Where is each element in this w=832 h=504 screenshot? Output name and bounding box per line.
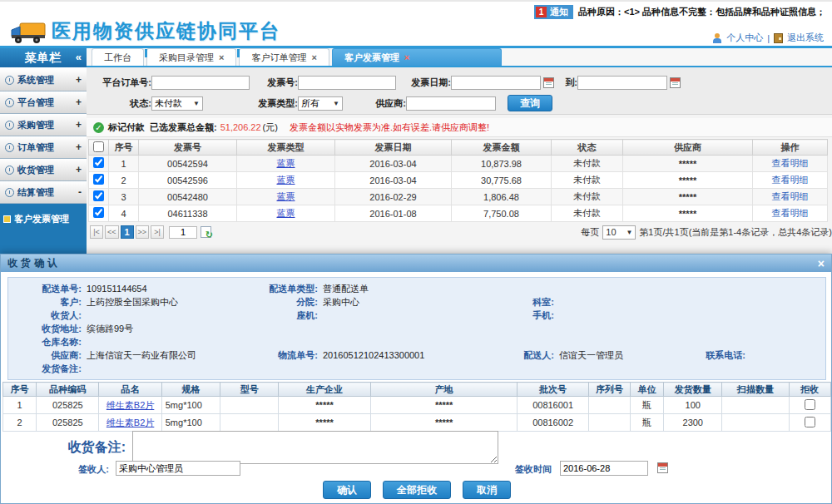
personal-center-link[interactable]: 个人中心 (726, 32, 763, 44)
column-header: 状态 (552, 140, 623, 156)
confirm-button[interactable]: 确认 (323, 481, 371, 499)
platform-order-input[interactable] (151, 76, 250, 90)
notification-message: 品种原因：<1> 品种信息不完整：包括品牌和品种证照信息； (578, 6, 825, 18)
column-header: 操作 (753, 140, 828, 156)
supplier-input[interactable] (406, 96, 496, 111)
tab-customer-invoices[interactable]: 客户发票管理 × (332, 48, 502, 66)
dialog-title: 收货确认 (7, 256, 61, 270)
page-number-input[interactable] (169, 226, 197, 239)
notification-pill[interactable]: 1 通知 (534, 5, 573, 19)
view-detail-link[interactable]: 查看明细 (772, 208, 809, 218)
item-row: 1 025825 维生素B2片 5mg*100 ***** ***** 0081… (3, 397, 831, 414)
column-header: 扫描数量 (722, 383, 789, 397)
prev-page-button[interactable]: << (105, 225, 119, 239)
customer-value: 上药控股全国采购中心 (82, 296, 246, 309)
status-cell: 未付款 (552, 189, 623, 205)
invoice-date-to-input[interactable] (577, 76, 667, 90)
current-page-button[interactable]: 1 (121, 225, 134, 239)
invoice-type-link[interactable]: 蓝票 (277, 208, 295, 218)
address-value: 缤德路99号 (82, 323, 414, 335)
app-title: 医用物资供应链协同平台 (52, 18, 280, 44)
next-page-button[interactable]: >> (136, 225, 150, 239)
per-page-select[interactable]: 10 ▼ (602, 225, 636, 240)
item-model-cell (220, 414, 279, 432)
sidebar-item-procurement[interactable]: 采购管理 + (0, 114, 87, 136)
view-detail-link[interactable]: 查看明细 (772, 158, 809, 168)
calendar-icon[interactable] (670, 77, 681, 88)
sidebar-item-platform[interactable]: 平台管理 + (0, 91, 87, 114)
person-icon (712, 33, 722, 43)
item-name-link[interactable]: 维生素B2片 (106, 418, 154, 427)
row-checkbox[interactable] (93, 174, 104, 185)
invoice-date-cell: 2016-03-04 (335, 172, 452, 189)
reject-checkbox[interactable] (805, 399, 815, 410)
view-detail-link[interactable]: 查看明细 (772, 175, 809, 185)
status-select[interactable]: 未付款 ▼ (151, 96, 203, 111)
receipt-remark-textarea[interactable] (132, 431, 498, 464)
invoice-type-select[interactable]: 所有 ▼ (298, 96, 343, 111)
invoice-no-input[interactable] (298, 76, 396, 90)
calendar-icon[interactable] (543, 77, 554, 88)
tab-label: 工作台 (104, 52, 131, 64)
tab-close-icon[interactable]: × (404, 52, 409, 62)
tab-customer-orders[interactable]: 客户订单管理 × (239, 48, 329, 66)
invoice-type-link[interactable]: 蓝票 (277, 175, 295, 185)
invoice-amount-cell: 1,806.48 (452, 189, 552, 205)
item-name-link[interactable]: 维生素B2片 (106, 400, 154, 410)
sidebar-collapse-icon[interactable]: « (76, 51, 82, 63)
sidebar: 菜单栏 « 系统管理 + 平台管理 + 采购管理 + 订单管理 + 收货管理 +… (0, 48, 87, 254)
sign-time-input[interactable] (560, 461, 648, 476)
dialog-title-bar[interactable]: 收货确认 × (1, 254, 831, 272)
expand-icon: + (76, 96, 82, 108)
row-checkbox[interactable] (93, 207, 104, 218)
search-button[interactable]: 查询 (508, 95, 552, 111)
clock-icon (5, 98, 14, 107)
status-cell: 未付款 (552, 205, 623, 222)
tab-label: 客户发票管理 (344, 52, 399, 64)
table-row: 2 00542596 蓝票 2016-03-04 30,775.68 未付款 *… (89, 172, 828, 189)
supplier-cell: ***** (623, 156, 753, 172)
invoice-date-from-input[interactable] (451, 76, 541, 90)
view-detail-link[interactable]: 查看明细 (772, 191, 809, 201)
total-amount-value: 51,206.22 (220, 122, 261, 132)
reject-checkbox[interactable] (805, 417, 815, 427)
dialog-close-icon[interactable]: × (818, 257, 825, 270)
row-no-cell: 1 (109, 156, 139, 172)
signer-input[interactable] (116, 461, 240, 476)
tab-procurement-catalog[interactable]: 采购目录管理 × (146, 48, 236, 66)
sidebar-item-settlement[interactable]: 结算管理 - (0, 181, 87, 204)
column-header: 生产企业 (279, 383, 370, 397)
item-serial-cell (588, 414, 630, 432)
date-to-label: 到: (554, 77, 577, 89)
sidebar-item-system[interactable]: 系统管理 + (0, 69, 87, 91)
last-page-button[interactable]: >| (151, 225, 164, 239)
mark-payment-link[interactable]: 标记付款 (108, 121, 145, 134)
select-all-checkbox[interactable] (93, 141, 104, 152)
item-batch-cell: 00816002 (518, 414, 588, 432)
invoice-type-link[interactable]: 蓝票 (277, 158, 295, 168)
tab-close-icon[interactable]: × (311, 52, 316, 62)
first-page-button[interactable]: |< (90, 225, 103, 239)
sidebar-item-receiving[interactable]: 收货管理 + (0, 159, 87, 181)
notification-badge: 1 (536, 7, 547, 17)
row-checkbox[interactable] (93, 190, 104, 201)
table-row: 3 00542480 蓝票 2016-02-29 1,806.48 未付款 **… (89, 189, 828, 205)
row-no-cell: 4 (109, 205, 139, 222)
sidebar-subitem-customer-invoice[interactable]: 客户发票管理 (0, 210, 87, 227)
calendar-icon[interactable] (657, 462, 668, 473)
reject-all-button[interactable]: 全部拒收 (383, 481, 451, 499)
warehouse-label: 仓库名称: (8, 336, 82, 348)
tab-separator (237, 49, 240, 57)
logout-link[interactable]: 退出系统 (787, 32, 824, 44)
clock-icon (5, 188, 14, 197)
customer-label: 客户: (8, 296, 82, 309)
tab-workbench[interactable]: 工作台 (92, 48, 144, 66)
sidebar-item-order[interactable]: 订单管理 + (0, 136, 87, 159)
invoice-type-link[interactable]: 蓝票 (277, 191, 295, 201)
receipt-confirm-dialog: 收货确认 × 配送单号: 109151144654 配送单类型: 普通配送单 客… (0, 254, 832, 504)
row-checkbox[interactable] (93, 157, 104, 168)
cancel-button[interactable]: 取消 (463, 481, 511, 499)
dialog-buttons: 确认 全部拒收 取消 (1, 481, 832, 499)
tab-close-icon[interactable]: × (219, 52, 224, 62)
reload-icon[interactable] (201, 226, 211, 238)
